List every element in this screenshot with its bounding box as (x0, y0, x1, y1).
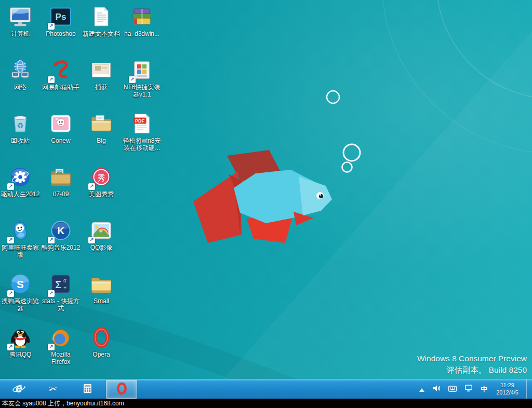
desktop-icon-pdf-win8-guide[interactable]: PDF 轻松将win8安装在移动硬... (122, 108, 162, 161)
scissors-icon: ✂ (49, 383, 57, 395)
desktop-icon-stats-shortcut[interactable]: Σα÷ ↗ stats - 快捷方式 (41, 268, 81, 322)
desktop-icon-mozilla-firefox[interactable]: ↗ Mozilla Firefox (41, 322, 81, 375)
desktop-icon-network[interactable]: 网络 (0, 55, 41, 108)
icon-label: 搜狗高速浏览器 (1, 297, 40, 312)
credit-bar: 本友会 syau008 上传，benyouhui.it168.com (0, 399, 532, 408)
computer-icon (8, 4, 33, 29)
icon-label: NT6快捷安装器v1.1 (122, 84, 162, 99)
shortcut-arrow-icon: ↗ (129, 76, 136, 83)
folder-icon (89, 111, 114, 136)
icon-label: Photoshop (46, 30, 75, 37)
desktop-icon-folder-small[interactable]: Small (81, 268, 122, 322)
screen: 计算机 Ps ↗ Photoshop 新建文本文档 ha_d3dwin (0, 0, 532, 408)
desktop-icon-recycle-bin[interactable]: ♻ 回收站 (0, 108, 41, 161)
tray-clock[interactable]: 11:29 2012/4/5 (494, 382, 521, 396)
system-tray: 中 11:29 2012/4/5 (418, 379, 532, 399)
svg-text:α: α (63, 278, 66, 283)
taskbar-internet-explorer-button[interactable]: e (3, 380, 34, 399)
svg-text:K: K (57, 225, 64, 236)
tray-show-hidden-icons-chevron[interactable] (418, 384, 425, 395)
shortcut-arrow-icon: ↗ (7, 183, 14, 190)
icon-label: Opera (92, 351, 110, 358)
icon-label: 美图秀秀 (89, 191, 114, 198)
svg-text:♻: ♻ (17, 121, 23, 130)
speaker-icon (432, 384, 441, 395)
svg-text:秀: 秀 (98, 173, 105, 182)
icon-label: 酷狗音乐2012 (42, 244, 81, 251)
icon-label: 网络 (14, 84, 26, 91)
taskbar-pinned-apps: e ✂ (0, 379, 140, 399)
gear-globe-icon: ↗ (8, 165, 33, 189)
tray-network[interactable] (463, 384, 474, 395)
icon-label: 计算机 (11, 30, 30, 37)
icon-label: 驱动人生2012 (1, 191, 40, 198)
watermark-line2: 评估副本。 Build 8250 (417, 364, 527, 376)
desktop-icon-nt6-installer[interactable]: ↗ NT6快捷安装器v1.1 (122, 55, 162, 108)
desktop-icon-drive-life-2012[interactable]: ↗ 驱动人生2012 (0, 161, 41, 215)
desktop-icon-photoshop[interactable]: Ps ↗ Photoshop (41, 1, 81, 55)
sogou-s-icon: S ↗ (8, 271, 33, 296)
desktop-icon-netease-mail-helper[interactable]: ↗ 网易邮箱助手 (41, 55, 81, 108)
shortcut-arrow-icon: ↗ (48, 76, 55, 83)
firefox-icon: ↗ (48, 325, 73, 350)
clock-date: 2012/4/5 (496, 389, 518, 397)
taskbar-snipping-tool-button[interactable]: ✂ (37, 380, 69, 399)
desktop[interactable]: 计算机 Ps ↗ Photoshop 新建文本文档 ha_d3dwin (0, 0, 532, 379)
watermark-line1: Windows 8 Consumer Preview (417, 353, 527, 364)
desktop-icon-folder-07-09[interactable]: 07-09 (41, 161, 81, 215)
icon-label: Mozilla Firefox (41, 351, 81, 366)
taskbar-calculator-button[interactable] (72, 380, 103, 399)
credit-text: 本友会 syau008 上传，benyouhui.it168.com (2, 400, 124, 407)
tray-touch-keyboard[interactable] (447, 384, 458, 395)
windows-watermark: Windows 8 Consumer Preview 评估副本。 Build 8… (417, 353, 527, 376)
desktop-icon-aliwangwang-seller[interactable]: ↗ 阿里旺旺卖家版 (0, 215, 41, 268)
text-file-icon (89, 4, 114, 29)
desktop-icon-conew[interactable]: Conew (41, 108, 81, 161)
icon-label: 网易邮箱助手 (42, 84, 79, 91)
opera-o-icon (89, 325, 114, 350)
icon-label: QQ影像 (90, 244, 113, 251)
icon-label: stats - 快捷方式 (41, 297, 81, 312)
desktop-icon-winrar-archive[interactable]: ha_d3dwin... (122, 1, 162, 55)
desktop-icon-capture[interactable]: 捕获 (81, 55, 122, 108)
ime-language-indicator[interactable]: 中 (480, 384, 488, 395)
svg-text:Σ: Σ (55, 279, 61, 290)
winrar-books-icon (129, 4, 154, 29)
shortcut-arrow-icon: ↗ (88, 183, 95, 190)
shortcut-arrow-icon: ↗ (88, 237, 95, 243)
svg-text:e: e (16, 382, 22, 395)
internet-explorer-icon: e (12, 382, 26, 397)
clock-time: 11:29 (496, 382, 518, 389)
desktop-icon-kugou-music[interactable]: K ↗ 酷狗音乐2012 (41, 215, 81, 268)
folder-photos-icon (48, 165, 73, 189)
svg-text:PDF: PDF (135, 118, 145, 124)
qq-penguin-icon: ↗ (8, 325, 33, 350)
betta-fish-shape (193, 150, 332, 243)
installer-box-icon: ↗ (129, 58, 154, 83)
network-globe-icon (8, 58, 33, 83)
tray-volume[interactable] (431, 383, 442, 396)
icon-label: Big (97, 137, 105, 144)
desktop-icon-qq-image[interactable]: ↗ QQ影像 (81, 215, 122, 268)
meitu-circle-icon: 秀 ↗ (89, 165, 114, 189)
desktop-icon-meitu-xiuxiu[interactable]: 秀 ↗ 美图秀秀 (81, 161, 122, 215)
network-icon (464, 385, 473, 394)
taskbar-opera-button[interactable] (106, 380, 137, 399)
desktop-icon-sogou-browser[interactable]: S ↗ 搜狗高速浏览器 (0, 268, 41, 322)
icon-label: 新建文本文档 (83, 30, 120, 37)
icon-label: 07-09 (53, 191, 69, 198)
icon-label: 回收站 (11, 137, 30, 144)
photoshop-icon: Ps ↗ (48, 4, 73, 29)
desktop-icon-folder-big[interactable]: Big (81, 108, 122, 161)
shortcut-arrow-icon: ↗ (48, 290, 55, 297)
desktop-icon-opera[interactable]: Opera (81, 322, 122, 375)
netease-swirl-icon: ↗ (48, 58, 73, 83)
desktop-icon-tencent-qq[interactable]: ↗ 腾讯QQ (0, 322, 41, 375)
icon-label: ha_d3dwin... (124, 30, 159, 37)
show-desktop-button[interactable] (526, 379, 530, 399)
folder-icon (89, 271, 114, 296)
shortcut-arrow-icon: ↗ (7, 290, 14, 297)
desktop-icon-computer[interactable]: 计算机 (0, 1, 41, 55)
desktop-icon-new-text-document[interactable]: 新建文本文档 (81, 1, 122, 55)
opera-icon (115, 382, 128, 397)
